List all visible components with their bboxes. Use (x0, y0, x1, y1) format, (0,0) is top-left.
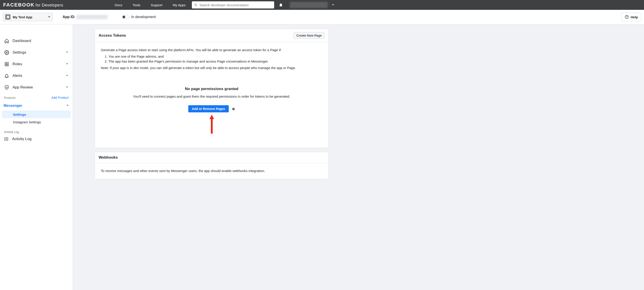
messenger-settings[interactable]: Settings (2, 111, 71, 118)
svg-point-9 (5, 139, 5, 139)
sidebar-item-activity-log[interactable]: Activity Log (0, 134, 73, 143)
annotation-arrow (101, 112, 322, 135)
svg-point-8 (5, 138, 5, 138)
list-icon (4, 137, 9, 141)
chevron-down-icon (66, 50, 69, 55)
dev-mode-toggle[interactable] (122, 15, 129, 19)
home-icon (4, 38, 10, 43)
sidebar-item-settings[interactable]: Settings (0, 47, 73, 58)
content-area: Access Tokens Create New Page Generate a… (73, 24, 644, 290)
sidebar-item-app-review[interactable]: App Review (0, 81, 73, 93)
product-label: Messenger (4, 104, 22, 108)
sidebar-item-roles[interactable]: Roles (0, 58, 73, 70)
card-title: Webhooks (98, 155, 118, 160)
gear-icon (4, 50, 10, 55)
bell-icon (4, 73, 10, 78)
chevron-down-icon (66, 62, 69, 66)
tokens-condition-2: The app has been granted the Page's perm… (108, 59, 322, 64)
svg-point-4 (6, 63, 8, 64)
search-icon (194, 3, 198, 7)
empty-state-desc: You'll need to connect pages and grant t… (101, 94, 322, 99)
chevron-down-icon (48, 16, 50, 18)
user-profile[interactable] (290, 2, 328, 8)
svg-point-1 (627, 18, 627, 18)
nav-docs[interactable]: Docs (115, 3, 122, 7)
app-selector[interactable]: My Test App (3, 13, 53, 21)
product-messenger[interactable]: Messenger (0, 101, 73, 111)
sidebar-label: Roles (12, 62, 22, 66)
shield-icon (4, 85, 10, 90)
webhooks-desc: To receive messages and other events sen… (101, 168, 322, 174)
products-section: Products Add Product (0, 93, 73, 101)
sidebar-label: Dashboard (12, 39, 31, 43)
sidebar-label: Activity Log (12, 137, 32, 141)
chevron-down-icon (66, 85, 69, 90)
search-input[interactable] (200, 3, 272, 7)
empty-state-title: No page permissions granted (101, 86, 322, 92)
sidebar-item-dashboard[interactable]: Dashboard (0, 35, 73, 47)
svg-point-2 (6, 52, 8, 53)
sidebar: Dashboard Settings Roles Alerts App Revi… (0, 24, 73, 290)
top-nav: FACEBOOKfor Developers Docs Tools Suppor… (0, 0, 644, 10)
app-id-value (77, 15, 108, 19)
sub-header: My Test App App ID: In development Help (0, 10, 644, 24)
nav-my-apps[interactable]: My Apps (173, 3, 186, 7)
app-name: My Test App (13, 15, 48, 19)
help-icon (625, 15, 629, 19)
webhooks-card: Webhooks To receive messages and other e… (95, 152, 328, 179)
help-button[interactable]: Help (622, 13, 641, 21)
products-label: Products (4, 96, 16, 99)
roles-icon (4, 61, 10, 67)
add-remove-pages-button[interactable]: Add or Remove Pages (188, 105, 229, 112)
search-container (192, 1, 274, 8)
chevron-up-icon (66, 104, 69, 108)
add-product-link[interactable]: Add Product (52, 96, 69, 99)
help-label: Help (630, 15, 638, 19)
svg-point-10 (5, 140, 5, 141)
nav-links: Docs Tools Support My Apps (115, 3, 186, 7)
facebook-logo[interactable]: FACEBOOKfor Developers (3, 2, 63, 8)
chevron-down-icon (66, 73, 69, 78)
app-id-label: App ID: (62, 15, 75, 19)
sidebar-label: App Review (12, 85, 33, 90)
sidebar-label: Settings (12, 50, 26, 55)
app-badge-icon (5, 14, 10, 20)
tokens-condition-1: You are one of the Page admins, and (108, 54, 322, 59)
nav-support[interactable]: Support (151, 3, 162, 7)
tokens-note: Note: If your app is in dev mode, you ca… (101, 65, 322, 71)
profile-dropdown-icon[interactable] (332, 4, 334, 5)
nav-tools[interactable]: Tools (132, 3, 140, 7)
info-icon[interactable] (232, 107, 235, 111)
dev-mode-label: In development (131, 15, 156, 19)
notifications-icon[interactable] (278, 3, 283, 7)
sidebar-item-alerts[interactable]: Alerts (0, 70, 73, 81)
sidebar-label: Alerts (12, 73, 22, 78)
access-tokens-card: Access Tokens Create New Page Generate a… (95, 29, 328, 148)
card-title: Access Tokens (98, 33, 126, 38)
create-new-page-button[interactable]: Create New Page (294, 32, 325, 39)
messenger-instagram-settings[interactable]: Instagram Settings (2, 118, 71, 126)
svg-rect-13 (233, 109, 234, 110)
activity-log-group: Activity Log (0, 126, 73, 134)
tokens-intro: Generate a Page access token to start us… (101, 48, 322, 53)
svg-point-12 (233, 108, 234, 109)
